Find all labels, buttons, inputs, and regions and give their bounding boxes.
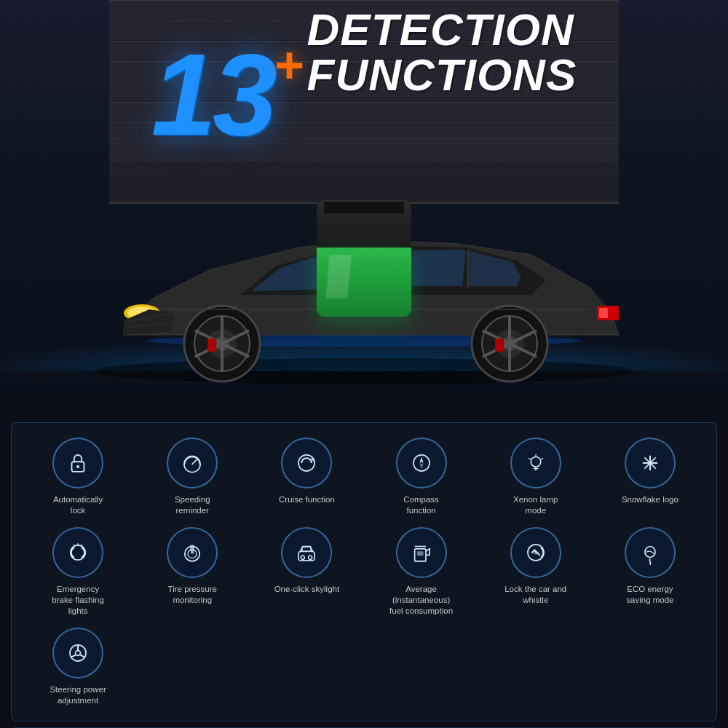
svg-point-63 — [76, 650, 81, 655]
svg-line-65 — [80, 654, 84, 657]
feature-item-eco-energy: ECO energy saving mode — [595, 527, 705, 617]
feature-item-fuel-consumption: Average (instantaneous) fuel consumption — [366, 527, 477, 617]
svg-rect-22 — [207, 339, 216, 352]
svg-point-46 — [648, 461, 652, 464]
feature-label-one-click-skylight: One-click skylight — [274, 584, 339, 595]
svg-marker-35 — [419, 463, 423, 470]
plus-sign: + — [274, 36, 304, 95]
svg-point-56 — [309, 555, 312, 559]
svg-line-40 — [541, 458, 543, 459]
detection-number: 13 — [151, 36, 274, 153]
feature-icon-tire-pressure — [167, 527, 218, 578]
svg-rect-6 — [599, 308, 608, 318]
obd-connector — [324, 200, 404, 213]
svg-rect-23 — [495, 339, 504, 352]
svg-point-0 — [95, 358, 633, 384]
feature-label-auto-lock: Automatically lock — [45, 494, 111, 516]
feature-icon-snowflake-logo — [625, 438, 676, 488]
feature-icon-auto-lock — [52, 438, 103, 488]
feature-item-auto-lock: Automatically lock — [23, 438, 133, 516]
feature-item-speeding-reminder: Speeding reminder — [137, 438, 248, 516]
features-section: Automatically lockSpeeding reminderCruis… — [11, 422, 717, 721]
svg-line-39 — [529, 458, 531, 459]
feature-label-emergency-brake: Emergency brake flashing lights — [45, 584, 111, 617]
svg-line-66 — [71, 654, 76, 657]
obd-shine — [325, 255, 351, 298]
feature-label-cruise-function: Cruise function — [279, 494, 335, 505]
svg-marker-34 — [419, 457, 423, 464]
feature-label-snowflake-logo: Snowflake logo — [622, 494, 678, 505]
features-grid: Automatically lockSpeeding reminderCruis… — [23, 438, 705, 706]
feature-label-speeding-reminder: Speeding reminder — [159, 494, 225, 516]
feature-icon-compass-function — [396, 438, 447, 488]
feature-icon-eco-energy — [625, 527, 676, 578]
feature-item-one-click-skylight: One-click skylight — [251, 527, 362, 617]
feature-icon-xenon-lamp — [510, 438, 561, 488]
svg-point-36 — [531, 457, 541, 467]
feature-item-tire-pressure: Tire pressure monitoring — [137, 527, 248, 617]
svg-point-61 — [534, 550, 537, 554]
feature-label-compass-function: Compass function — [389, 494, 454, 516]
feature-icon-steering-power — [52, 628, 103, 678]
title-container: 13 + DETECTION FUNCTIONS — [0, 22, 728, 153]
feature-item-steering-power: Steering power adjustment — [23, 628, 133, 706]
feature-icon-cruise-function — [281, 438, 332, 488]
feature-label-steering-power: Steering power adjustment — [45, 684, 111, 706]
feature-item-xenon-lamp: Xenon lamp mode — [480, 438, 591, 516]
functions-label: FUNCTIONS — [307, 52, 577, 98]
feature-label-fuel-consumption: Average (instantaneous) fuel consumption — [389, 584, 454, 617]
feature-icon-one-click-skylight — [281, 527, 332, 578]
feature-item-snowflake-logo: Snowflake logo — [595, 438, 705, 516]
feature-icon-fuel-consumption — [396, 527, 447, 578]
feature-label-xenon-lamp: Xenon lamp mode — [503, 494, 569, 516]
svg-rect-54 — [302, 547, 311, 551]
feature-item-emergency-brake: Emergency brake flashing lights — [23, 527, 133, 617]
feature-label-tire-pressure: Tire pressure monitoring — [159, 584, 225, 606]
feature-item-compass-function: Compass function — [366, 438, 477, 516]
title-text-block: DETECTION FUNCTIONS — [307, 7, 577, 98]
svg-point-27 — [76, 465, 79, 468]
main-container: 13 + DETECTION FUNCTIONS — [0, 0, 728, 728]
feature-item-lock-whistle: Lock the car and whistle — [480, 527, 591, 617]
obd-device — [317, 200, 411, 317]
svg-point-47 — [71, 545, 85, 560]
feature-item-cruise-function: Cruise function — [251, 438, 362, 516]
detection-label: DETECTION — [307, 7, 577, 52]
hero-section: 13 + DETECTION FUNCTIONS — [0, 0, 728, 430]
obd-top — [317, 200, 411, 248]
feature-label-lock-whistle: Lock the car and whistle — [503, 584, 569, 606]
obd-bottom — [317, 248, 411, 317]
svg-rect-58 — [417, 551, 424, 555]
feature-icon-speeding-reminder — [167, 438, 218, 488]
svg-point-55 — [301, 555, 305, 559]
feature-icon-lock-whistle — [510, 527, 561, 578]
feature-icon-emergency-brake — [52, 527, 103, 578]
feature-label-eco-energy: ECO energy saving mode — [617, 584, 683, 606]
svg-rect-53 — [298, 551, 314, 561]
